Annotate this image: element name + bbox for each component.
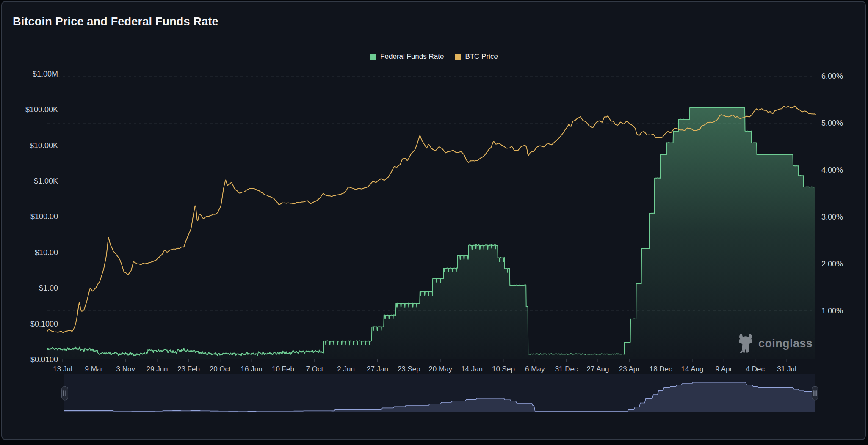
legend-item-btc-price[interactable]: BTC Price (455, 52, 498, 61)
x-axis-label: 23 Apr (619, 365, 640, 373)
legend: Federal Funds Rate BTC Price (0, 52, 868, 61)
x-axis-label: 6 May (525, 365, 545, 373)
coinglass-bull-icon (737, 334, 754, 353)
x-axis-label: 9 Mar (85, 365, 104, 373)
x-axis-label: 27 Aug (586, 365, 609, 373)
btc-price-swatch-icon (455, 54, 461, 60)
watermark-text: coinglass (758, 337, 813, 350)
x-axis-label: 13 Jul (53, 365, 72, 373)
plot-area[interactable] (47, 75, 815, 359)
x-axis-label: 4 Dec (746, 365, 765, 373)
x-axis-label: 20 Oct (210, 365, 231, 373)
y-axis-right-label: 6.00% (821, 72, 843, 80)
y-axis-right-label: 4.00% (821, 166, 843, 174)
x-axis-label: 18 Dec (650, 365, 672, 373)
navigator-handle-left[interactable] (62, 386, 68, 400)
x-axis-label: 31 Dec (555, 365, 578, 373)
x-axis-label: 10 Sep (492, 365, 515, 373)
x-axis-label: 3 Nov (116, 365, 135, 373)
y-axis-right-label: 1.00% (821, 307, 843, 315)
x-axis-label: 20 May (428, 365, 452, 373)
y-axis-right-label: 2.00% (821, 260, 843, 268)
x-axis-label: 31 Jul (777, 365, 796, 373)
legend-label: BTC Price (465, 52, 498, 61)
x-axis-label: 23 Feb (177, 365, 200, 373)
x-axis-label: 27 Jan (367, 365, 388, 373)
x-axis-label: 29 Jun (147, 365, 168, 373)
legend-item-federal-funds-rate[interactable]: Federal Funds Rate (370, 52, 444, 61)
legend-label: Federal Funds Rate (380, 52, 444, 61)
x-axis-label: 7 Oct (306, 365, 323, 373)
x-axis-label: 14 Jan (461, 365, 483, 373)
x-axis-label: 2 Jun (337, 365, 355, 373)
navigator[interactable] (62, 374, 818, 412)
x-axis-label: 9 Apr (715, 365, 732, 373)
navigator-handle-right[interactable] (812, 386, 818, 400)
x-axis-label: 14 Aug (681, 365, 704, 373)
chart-canvas: $1.00M$100.00K$10.00K$1.00K$100.00$10.00… (0, 0, 868, 445)
y-axis-right-label: 5.00% (821, 119, 843, 127)
x-axis-label: 16 Jun (241, 365, 263, 373)
x-axis-label: 23 Sep (398, 365, 420, 373)
x-axis-label: 10 Feb (272, 365, 294, 373)
coinglass-watermark: coinglass (737, 334, 813, 353)
page-title: Bitcoin Price and Federal Funds Rate (13, 15, 218, 28)
federal-funds-rate-swatch-icon (370, 54, 376, 60)
y-axis-right-label: 3.00% (821, 213, 843, 221)
